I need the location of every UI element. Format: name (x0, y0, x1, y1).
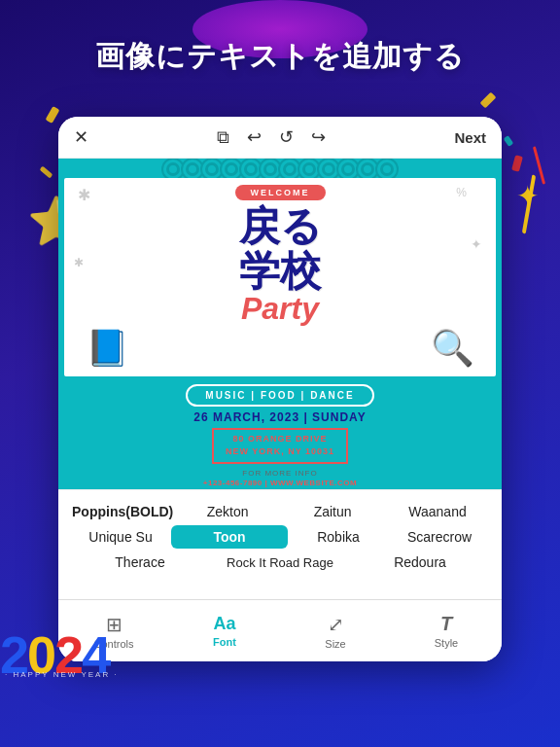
nav-controls[interactable]: ⊞ Controls (58, 613, 169, 650)
font-row-3: Therace Rock It Road Rage Redoura (70, 551, 490, 574)
date-text: 26 MARCH, 2023 | SUNDAY (72, 410, 488, 424)
music-badge: MUSIC | FOOD | DANCE (186, 384, 373, 407)
nav-font[interactable]: Aa Font (169, 614, 280, 648)
size-icon: ⤢ (328, 613, 344, 636)
font-therace[interactable]: Therace (70, 551, 210, 574)
poster-title-jp: 戻る 学校 (76, 204, 484, 294)
size-label: Size (325, 638, 345, 650)
font-robika[interactable]: Robika (288, 525, 389, 549)
font-icon: Aa (213, 614, 235, 634)
font-unique[interactable]: Unique Su (70, 525, 171, 549)
font-toon[interactable]: Toon (171, 525, 288, 549)
font-row-1: Poppins(BOLD) Zekton Zaitun Waanand (70, 500, 490, 523)
font-rock-road-rage[interactable]: Rock It Road Rage (210, 551, 350, 574)
font-label: Font (213, 636, 236, 648)
bottom-nav: ⊞ Controls Aa Font ⤢ Size T Style (58, 599, 502, 661)
next-button[interactable]: Next (454, 129, 486, 146)
font-zekton[interactable]: Zekton (175, 500, 280, 523)
poster-icons: 📘 🔍 (86, 328, 474, 369)
font-poppins[interactable]: Poppins(BOLD) (70, 500, 175, 523)
font-waanand[interactable]: Waanand (385, 500, 490, 523)
font-panel: Poppins(BOLD) Zekton Zaitun Waanand Uniq… (58, 489, 502, 582)
editor-card: ✕ ⧉ ↩ ↺ ↪ Next (58, 117, 502, 661)
redo-icon[interactable]: ↪ (311, 126, 326, 148)
notebook-binding (58, 159, 502, 178)
close-icon[interactable]: ✕ (74, 126, 88, 148)
layers-icon[interactable]: ⧉ (217, 127, 229, 148)
font-redoura[interactable]: Redoura (350, 551, 490, 574)
happy-new-year-text: · HAPPY NEW YEAR · (5, 670, 119, 679)
star-small: ✦ (516, 180, 539, 212)
nav-style[interactable]: T Style (391, 613, 502, 649)
style-label: Style (435, 637, 458, 649)
font-zaitun[interactable]: Zaitun (280, 500, 385, 523)
redo-history-icon[interactable]: ↺ (279, 126, 294, 148)
font-scarecrow[interactable]: Scarecrow (389, 525, 490, 549)
poster-party: Party (76, 290, 484, 327)
contact-text: +123-456-7890 | WWW.WEBSITE.COM (72, 479, 488, 487)
page-title: 画像にテキストを追加する (0, 37, 560, 77)
nav-size[interactable]: ⤢ Size (280, 613, 391, 650)
welcome-badge: WELCOME (235, 185, 326, 200)
undo-icon[interactable]: ↩ (247, 126, 262, 148)
font-row-2: Unique Su Toon Robika Scarecrow (70, 525, 490, 549)
address-badge: 80 ORANGE DRIVE NEW YORK, NY 10031 (212, 428, 348, 464)
editor-toolbar: ✕ ⧉ ↩ ↺ ↪ Next (58, 117, 502, 159)
controls-label: Controls (94, 638, 134, 650)
poster-canvas[interactable]: ✱ % ✦ ✱ WELCOME 戻る 学校 Party 📘 🔍 MUSIC | … (58, 159, 502, 489)
style-icon: T (440, 613, 452, 635)
for-info-text: FOR MORE INFO (72, 469, 488, 478)
controls-icon: ⊞ (106, 613, 122, 636)
